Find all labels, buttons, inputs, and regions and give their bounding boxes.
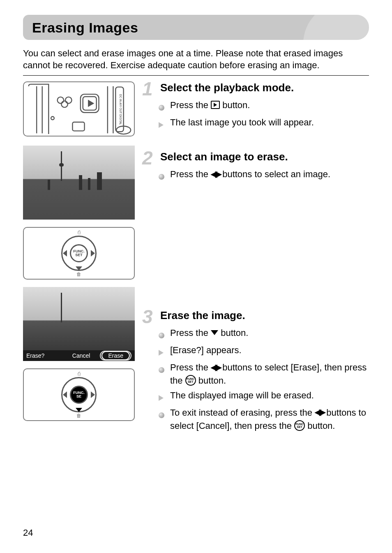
left-arrow-icon — [63, 391, 67, 398]
dot-bullet-icon — [159, 105, 164, 111]
func-set-icon: FUNCSET — [185, 375, 196, 386]
func-set-label: FUNC. SET — [70, 244, 88, 262]
left-right-icon: ◀▶ — [211, 168, 220, 180]
step-item: The last image you took will appear. — [159, 116, 369, 132]
item-text: buttons to select an image. — [222, 169, 330, 179]
cancel-option: Cancel — [72, 352, 90, 359]
content-row: DC IN A/V OUT DIGITAL ⎙ FUNC. SET � — [23, 81, 369, 451]
step-3: 3 Erase the image. Press the button. — [142, 309, 369, 432]
result-bullet-icon — [159, 350, 164, 356]
step-number: 3 — [142, 310, 159, 323]
figure-playback-image — [23, 146, 135, 220]
spacer — [142, 202, 369, 309]
svg-point-3 — [65, 97, 72, 104]
section-title: Erasing Images — [32, 20, 360, 36]
item-text: button. — [221, 328, 248, 338]
step-number: 2 — [142, 151, 159, 164]
step-item: The displayed image will be erased. — [159, 389, 369, 405]
step-item: Press the ◀▶ buttons to select an image. — [159, 168, 369, 183]
print-icon: ⎙ — [78, 371, 81, 377]
item-text: Press the — [170, 328, 211, 338]
svg-point-12 — [51, 116, 54, 120]
left-right-icon: ◀▶ — [315, 406, 324, 418]
item-text: Press the — [170, 362, 211, 373]
erase-option: Erase — [101, 351, 130, 360]
dot-bullet-icon — [159, 333, 164, 338]
right-arrow-icon — [91, 391, 95, 398]
result-bullet-icon — [159, 122, 164, 128]
figure-dial-down: ⎙ FUNC.SE 🗑 — [23, 368, 135, 421]
svg-marker-7 — [88, 101, 93, 106]
playback-icon — [211, 101, 220, 109]
dot-bullet-icon — [159, 367, 164, 373]
right-arrow-icon — [91, 250, 95, 257]
down-arrow-icon — [76, 266, 82, 271]
trash-icon: 🗑 — [76, 271, 81, 277]
erase-option-highlight: Erase — [100, 351, 131, 361]
step-number: 1 — [142, 82, 159, 95]
step-title: Select the playback mode. — [160, 81, 294, 94]
item-text: To exit instead of erasing, press the — [170, 407, 315, 418]
divider — [23, 75, 369, 76]
manual-page: Erasing Images You can select and erase … — [0, 0, 392, 553]
figure-erase-prompt: Erase? Cancel Erase — [23, 287, 135, 361]
step-item: Press the ◀▶ buttons to select [Erase], … — [159, 361, 369, 387]
left-arrow-icon — [63, 250, 67, 257]
figure-column: DC IN A/V OUT DIGITAL ⎙ FUNC. SET � — [23, 81, 135, 451]
step-item: Press the button. — [159, 326, 369, 342]
item-text: [Erase?] appears. — [170, 344, 369, 357]
step-item: To exit instead of erasing, press the ◀▶… — [159, 406, 369, 433]
func-set-label: FUNC.SE — [70, 386, 88, 404]
svg-point-2 — [61, 101, 68, 108]
section-title-bar: Erasing Images — [23, 15, 369, 40]
item-text: The displayed image will be erased. — [170, 389, 369, 402]
svg-point-4 — [58, 97, 64, 104]
page-number: 24 — [23, 528, 33, 538]
item-text: The last image you took will appear. — [170, 116, 369, 129]
figure-dial-lr: ⎙ FUNC. SET 🗑 — [23, 227, 135, 280]
func-set-icon: FUNCSET — [294, 420, 305, 431]
figure-camera-back: DC IN A/V OUT DIGITAL — [23, 81, 135, 137]
item-text: button. — [198, 375, 226, 386]
item-text: button. — [222, 100, 250, 110]
step-title: Erase the image. — [160, 309, 245, 322]
item-text: button. — [307, 421, 335, 431]
step-2: 2 Select an image to erase. Press the ◀▶… — [142, 150, 369, 183]
down-arrow-icon — [76, 408, 82, 412]
erase-prompt-text: Erase? — [26, 352, 44, 359]
step-1: 1 Select the playback mode. Press the bu… — [142, 81, 369, 132]
section-intro: You can select and erase images one at a… — [23, 47, 369, 71]
steps-column: 1 Select the playback mode. Press the bu… — [142, 81, 369, 451]
left-right-icon: ◀▶ — [211, 361, 220, 373]
step-item: Press the button. — [159, 99, 369, 114]
port-label: DC IN A/V OUT DIGITAL — [119, 94, 122, 125]
item-text: Press the — [170, 169, 211, 179]
step-title: Select an image to erase. — [160, 150, 288, 163]
dot-bullet-icon — [159, 412, 164, 418]
dot-bullet-icon — [159, 174, 164, 180]
print-icon: ⎙ — [78, 229, 81, 235]
down-icon — [211, 330, 218, 335]
item-text: Press the — [170, 100, 211, 110]
step-item: [Erase?] appears. — [159, 344, 369, 359]
result-bullet-icon — [159, 395, 164, 401]
svg-rect-13 — [72, 122, 84, 131]
trash-icon: 🗑 — [76, 413, 81, 419]
